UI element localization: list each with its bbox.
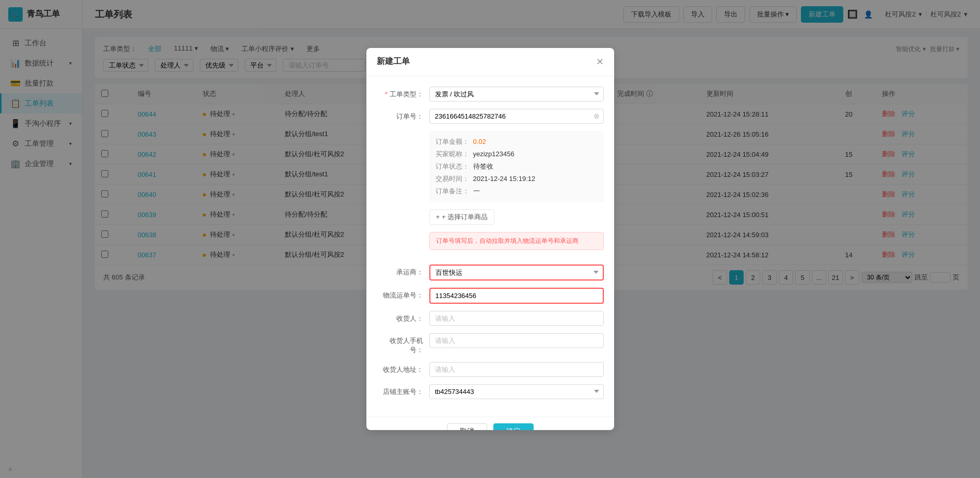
hint-box: 订单号填写后，自动拉取并填入物流运单号和承运商 <box>429 232 604 250</box>
tracking-number-label: 物流运单号： <box>377 288 423 300</box>
tracking-number-row: 物流运单号： <box>377 288 604 304</box>
receiver-address-row: 收货人地址： <box>377 362 604 377</box>
hint-control: 订单号填写后，自动拉取并填入物流运单号和承运商 <box>429 232 604 257</box>
receiver-address-label: 收货人地址： <box>377 362 423 374</box>
carrier-row: 承运商： 百世快运 顺丰速运 中通快递 <box>377 265 604 281</box>
order-number-input[interactable] <box>429 109 604 124</box>
order-number-row: 订单号： ⊗ <box>377 109 604 124</box>
modal-footer: 取消 确定 <box>366 417 614 431</box>
order-type-control: 发票 / 吹过风 <box>429 87 604 102</box>
receiver-address-control <box>429 362 604 377</box>
carrier-select-wrapper: 百世快运 顺丰速运 中通快递 <box>429 265 604 281</box>
buyer-value: yezizp123456 <box>473 150 515 158</box>
modal-header: 新建工单 ✕ <box>366 48 614 76</box>
order-number-label: 订单号： <box>377 109 423 121</box>
store-account-select[interactable]: tb425734443 <box>429 384 604 399</box>
order-info-box: 订单金额： 0.02 买家昵称： yezizp123456 订单状态： 待签收 <box>429 131 604 202</box>
trade-time-value: 2021-12-24 15:19:12 <box>473 175 536 183</box>
clear-order-number-icon[interactable]: ⊗ <box>593 112 600 120</box>
order-type-label: 工单类型： <box>377 87 423 99</box>
modal-title: 新建工单 <box>377 56 410 67</box>
store-account-label: 店铺主账号： <box>377 384 423 397</box>
carrier-select[interactable]: 百世快运 顺丰速运 中通快递 <box>430 266 603 279</box>
order-type-row: 工单类型： 发票 / 吹过风 <box>377 87 604 102</box>
carrier-label: 承运商： <box>377 265 423 277</box>
order-status-value: 待签收 <box>473 162 493 171</box>
select-product-row: + + 选择订单商品 <box>377 209 604 225</box>
select-product-spacer <box>377 209 423 212</box>
modal-body: 工单类型： 发票 / 吹过风 订单号： ⊗ <box>366 76 614 417</box>
order-status-label: 订单状态： <box>436 162 469 171</box>
order-info-spacer <box>377 131 423 134</box>
hint-row: 订单号填写后，自动拉取并填入物流运单号和承运商 <box>377 232 604 257</box>
order-info-control: 订单金额： 0.02 买家昵称： yezizp123456 订单状态： 待签收 <box>429 131 604 202</box>
receiver-phone-control <box>429 333 604 348</box>
amount-value: 0.02 <box>473 138 486 145</box>
cancel-button[interactable]: 取消 <box>447 423 487 431</box>
order-type-select[interactable]: 发票 / 吹过风 <box>429 87 604 102</box>
order-note-value: 一 <box>473 187 480 196</box>
select-product-button[interactable]: + + 选择订单商品 <box>429 209 495 225</box>
buyer-label: 买家昵称： <box>436 150 469 159</box>
select-product-control: + + 选择订单商品 <box>429 209 604 225</box>
tracking-number-control <box>429 288 604 304</box>
new-order-modal: 新建工单 ✕ 工单类型： 发票 / 吹过风 订单号： ⊗ <box>366 48 614 431</box>
confirm-button[interactable]: 确定 <box>493 423 534 431</box>
receiver-control <box>429 311 604 326</box>
store-account-control: tb425734443 <box>429 384 604 399</box>
amount-row: 订单金额： 0.02 <box>436 137 598 146</box>
amount-label: 订单金额： <box>436 137 469 146</box>
order-status-row: 订单状态： 待签收 <box>436 162 598 171</box>
trade-time-row: 交易时间： 2021-12-24 15:19:12 <box>436 174 598 184</box>
order-info-row: 订单金额： 0.02 买家昵称： yezizp123456 订单状态： 待签收 <box>377 131 604 202</box>
order-note-row: 订单备注： 一 <box>436 187 598 196</box>
receiver-label: 收货人： <box>377 311 423 323</box>
receiver-row: 收货人： <box>377 311 604 326</box>
tracking-input-wrapper <box>429 288 604 304</box>
carrier-control: 百世快运 顺丰速运 中通快递 <box>429 265 604 281</box>
hint-text: 订单号填写后，自动拉取并填入物流运单号和承运商 <box>436 237 579 244</box>
receiver-address-input[interactable] <box>429 362 604 377</box>
receiver-phone-row: 收货人手机号： <box>377 333 604 355</box>
receiver-phone-label: 收货人手机号： <box>377 333 423 355</box>
modal-overlay[interactable]: 新建工单 ✕ 工单类型： 发票 / 吹过风 订单号： ⊗ <box>0 0 980 478</box>
hint-spacer <box>377 232 423 235</box>
order-number-control: ⊗ <box>429 109 604 124</box>
order-note-label: 订单备注： <box>436 187 469 196</box>
modal-close-button[interactable]: ✕ <box>596 56 604 68</box>
tracking-number-input[interactable] <box>430 289 603 303</box>
plus-icon: + <box>436 213 440 221</box>
trade-time-label: 交易时间： <box>436 174 469 184</box>
buyer-row: 买家昵称： yezizp123456 <box>436 150 598 159</box>
store-account-row: 店铺主账号： tb425734443 <box>377 384 604 399</box>
receiver-input[interactable] <box>429 311 604 326</box>
select-product-label: + 选择订单商品 <box>442 212 488 222</box>
receiver-phone-input[interactable] <box>429 333 604 348</box>
